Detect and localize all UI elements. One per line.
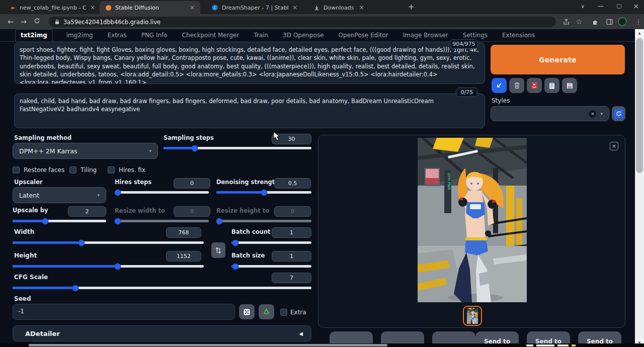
tab-train[interactable]: Train xyxy=(253,30,269,41)
tab-close-icon[interactable]: × xyxy=(90,4,96,12)
tab-txt2img[interactable]: txt2img xyxy=(15,29,53,41)
tab-extensions[interactable]: Extensions xyxy=(501,30,536,41)
browser-menu-kebab-icon[interactable]: ⋮ xyxy=(633,16,644,27)
tab-png-info[interactable]: PNG Info xyxy=(140,30,169,41)
hires-steps-slider[interactable] xyxy=(115,191,209,194)
watermark-fragment xyxy=(526,344,533,346)
upscaler-dropdown[interactable]: Latent ▾ xyxy=(13,187,106,203)
browser-tab-dreamshaper[interactable]: c DreamShaper - 7 | Stable Diffusio × xyxy=(206,1,302,14)
back-icon[interactable]: ← xyxy=(4,18,17,26)
url-text: 3a59ec42041dbb46cb.gradio.live xyxy=(63,19,160,26)
address-bar[interactable]: 3a59ec42041dbb46cb.gradio.live xyxy=(49,17,556,27)
sd-tab-bar: txt2img img2img Extras PNG Info Checkpoi… xyxy=(0,29,635,42)
bookmark-star-icon[interactable]: ☆ xyxy=(574,16,585,27)
lock-icon xyxy=(55,19,59,25)
floppy-icon xyxy=(567,82,573,89)
tab-img2img[interactable]: img2img xyxy=(65,30,94,41)
browser-tab-strip: ∞ new_colab_file.ipynb - Colaborat × Sta… xyxy=(0,0,644,14)
scrollbar-thumb[interactable] xyxy=(636,38,643,173)
tab-openpose-editor[interactable]: OpenPose Editor xyxy=(338,30,389,41)
clear-styles-icon[interactable]: × xyxy=(589,110,596,118)
generated-image[interactable]: GYM PWR xyxy=(418,138,527,302)
tab-close-icon[interactable]: × xyxy=(188,4,196,12)
seed-input[interactable]: -1 xyxy=(13,304,235,320)
batch-count-value[interactable]: 1 xyxy=(272,227,311,238)
random-seed-button[interactable] xyxy=(239,304,255,319)
window-close-button[interactable]: × xyxy=(633,2,639,10)
reload-icon[interactable] xyxy=(30,18,43,26)
extra-seed-label: Extra xyxy=(290,309,306,316)
tab-image-browser[interactable]: Image Browser xyxy=(402,30,449,41)
sampling-method-dropdown[interactable]: DPM++ 2M Karras ▾ xyxy=(13,143,158,159)
apply-styles-button[interactable] xyxy=(544,78,559,93)
extra-networks-button[interactable] xyxy=(527,78,542,93)
tab-close-icon[interactable]: × xyxy=(292,4,298,12)
extensions-puzzle-icon[interactable] xyxy=(590,16,601,27)
width-value[interactable]: 768 xyxy=(166,227,201,238)
restore-faces-checkbox[interactable] xyxy=(13,166,20,173)
resize-width-label: Resize width to xyxy=(115,207,165,214)
browser-tab-downloads[interactable]: Downloads × xyxy=(308,1,401,14)
clear-prompt-button[interactable] xyxy=(509,78,524,93)
batch-count-slider[interactable] xyxy=(231,241,311,244)
download-icon xyxy=(313,4,320,11)
reuse-seed-button[interactable] xyxy=(259,304,274,319)
close-preview-icon[interactable]: × xyxy=(610,142,618,150)
negative-prompt-input[interactable]: naked, child, bad hand, bad draw, bad dr… xyxy=(14,94,485,128)
hires-fix-checkbox[interactable] xyxy=(108,166,115,173)
window-minimize-button[interactable]: — xyxy=(598,3,604,10)
chevron-down-icon: ▾ xyxy=(97,193,100,198)
new-tab-button[interactable]: + xyxy=(408,3,415,12)
batch-size-slider[interactable] xyxy=(231,265,311,268)
forward-icon[interactable]: → xyxy=(17,18,30,26)
height-value[interactable]: 1152 xyxy=(166,251,201,262)
batch-count-label: Batch count xyxy=(231,228,271,235)
sampling-steps-slider[interactable] xyxy=(164,147,311,149)
batch-size-value[interactable]: 1 xyxy=(272,251,311,262)
hires-steps-value[interactable]: 0 xyxy=(174,178,210,189)
tab-extras[interactable]: Extras xyxy=(107,30,128,41)
scrollbar-up-icon[interactable]: ▲ xyxy=(635,29,644,37)
styles-dropdown[interactable]: × ▾ xyxy=(491,106,609,121)
resize-width-slider xyxy=(115,220,209,222)
refresh-icon xyxy=(616,111,622,117)
browser-tab-title: Stable Diffusion xyxy=(115,5,159,11)
height-label: Height xyxy=(14,252,37,259)
share-icon[interactable] xyxy=(560,16,572,27)
tiling-checkbox[interactable] xyxy=(69,166,76,173)
batch-size-label: Batch size xyxy=(231,252,265,259)
save-style-button[interactable] xyxy=(562,78,577,93)
read-parameters-button[interactable] xyxy=(492,78,507,93)
adetailer-label: ADetailer xyxy=(25,330,60,337)
watermark-fragment xyxy=(572,344,576,346)
mouse-cursor xyxy=(273,131,280,143)
upscale-by-slider[interactable] xyxy=(13,220,106,222)
prompt-input[interactable]: sport shoes, fighter, fight, fight Glove… xyxy=(14,42,485,84)
denoising-strength-slider[interactable] xyxy=(216,191,311,194)
browser-tab-stable-diffusion[interactable]: Stable Diffusion × xyxy=(100,1,200,14)
tab-search-icon[interactable]: ∨ xyxy=(581,4,585,9)
width-label: Width xyxy=(14,228,34,235)
cfg-scale-slider[interactable] xyxy=(13,287,311,289)
negative-token-counter: 0/75 xyxy=(456,88,478,97)
upscale-by-value[interactable]: 2 xyxy=(68,206,106,217)
tab-checkpoint-merger[interactable]: Checkpoint Merger xyxy=(181,30,240,41)
dice-icon xyxy=(243,308,251,316)
window-maximize-button[interactable]: ▢ xyxy=(617,3,622,9)
tab-3d-openpose[interactable]: 3D Openpose xyxy=(282,30,325,41)
tab-close-icon[interactable]: × xyxy=(357,4,365,12)
refresh-styles-button[interactable] xyxy=(612,106,625,121)
denoising-strength-value[interactable]: 0.5 xyxy=(274,178,311,189)
extra-seed-checkbox[interactable] xyxy=(280,309,287,316)
sidepanel-icon[interactable] xyxy=(604,16,615,27)
gallery-thumbnail[interactable] xyxy=(463,306,482,326)
page-scrollbar[interactable]: ▲ ▼ xyxy=(635,29,644,347)
browser-tab-colab[interactable]: ∞ new_colab_file.ipynb - Colaborat × xyxy=(4,1,100,14)
swap-dimensions-button[interactable] xyxy=(211,242,225,258)
generate-button[interactable]: Generate xyxy=(491,45,625,74)
adetailer-accordion[interactable]: ADetailer ◀ xyxy=(13,325,311,341)
cfg-scale-value[interactable]: 7 xyxy=(272,273,311,283)
width-slider[interactable] xyxy=(13,241,204,244)
height-slider[interactable] xyxy=(13,265,204,268)
profile-avatar[interactable] xyxy=(617,16,628,27)
